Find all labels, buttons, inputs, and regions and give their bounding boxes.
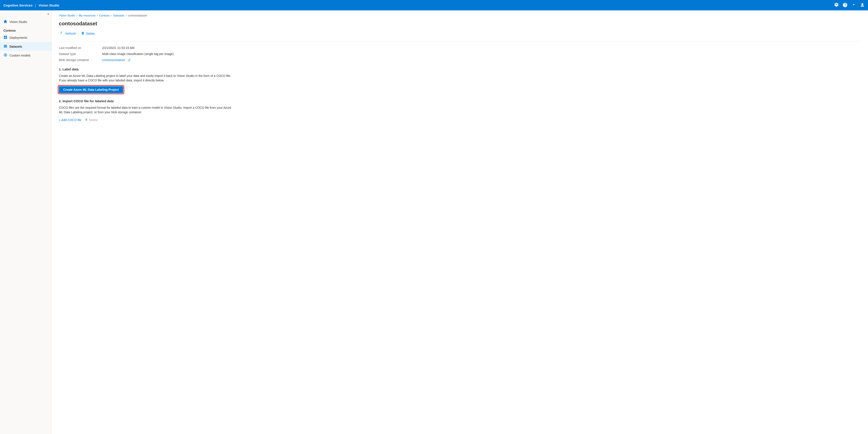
section-import-coco: 2. Import COCO file for labeled data COC… bbox=[59, 99, 861, 122]
sidebar-collapse-button[interactable]: « bbox=[0, 10, 52, 17]
svg-rect-4 bbox=[4, 45, 7, 46]
create-labeling-project-button[interactable]: Create Azure ML Data Labeling Project bbox=[59, 86, 123, 93]
top-nav: Cognitive Services | Vision Studio bbox=[0, 0, 868, 10]
last-modified-value: 2/21/2023, 11:53:15 AM bbox=[102, 46, 861, 50]
sidebar-datasets-label: Datasets bbox=[9, 45, 22, 48]
user-avatar-icon[interactable] bbox=[860, 3, 865, 8]
sidebar-item-custom-models[interactable]: Custom models bbox=[0, 51, 52, 60]
delete-icon bbox=[81, 31, 85, 35]
dataset-type-label: Dataset type bbox=[59, 52, 102, 56]
custom-models-icon bbox=[3, 53, 7, 58]
refresh-icon bbox=[61, 31, 64, 35]
sidebar-item-deployments[interactable]: Deployments bbox=[0, 33, 52, 42]
sidebar-item-datasets[interactable]: Datasets bbox=[0, 42, 52, 51]
brand-area: Cognitive Services | Vision Studio bbox=[3, 3, 59, 7]
refresh-label: Refresh bbox=[65, 32, 76, 35]
dataset-type-value: Multi-class image classification (single… bbox=[102, 52, 861, 56]
sidebar-deployments-label: Deployments bbox=[9, 36, 27, 39]
last-modified-label: Last modified on bbox=[59, 46, 102, 50]
home-icon bbox=[3, 20, 7, 24]
page-title: contosodataset bbox=[59, 21, 861, 27]
main-content: Vision Studio › My resources › Contoso ›… bbox=[52, 10, 868, 434]
brand-cognitive: Cognitive Services bbox=[3, 3, 32, 7]
coco-action-row: + Add COCO file Delete bbox=[59, 118, 861, 122]
svg-rect-2 bbox=[4, 37, 5, 39]
delete-button[interactable]: Delete bbox=[80, 30, 96, 37]
blob-storage-value: contosocontainer bbox=[102, 58, 861, 62]
coco-delete-icon bbox=[85, 118, 88, 122]
sidebar: « Vision Studio Contoso Deployments Data… bbox=[0, 10, 52, 434]
add-coco-label: + Add COCO file bbox=[59, 118, 81, 122]
breadcrumb-vision-studio[interactable]: Vision Studio bbox=[59, 14, 75, 17]
svg-rect-1 bbox=[6, 36, 7, 37]
settings-icon[interactable] bbox=[834, 3, 839, 8]
section1-title: 1. Label data bbox=[59, 67, 861, 71]
coco-delete-label: Delete bbox=[89, 118, 98, 122]
breadcrumb-contoso[interactable]: Contoso bbox=[99, 14, 110, 17]
delete-label: Delete bbox=[86, 32, 95, 35]
add-coco-file-button[interactable]: + Add COCO file bbox=[59, 118, 81, 122]
breadcrumb: Vision Studio › My resources › Contoso ›… bbox=[59, 14, 861, 17]
breadcrumb-current: contosodataset bbox=[128, 14, 147, 17]
svg-rect-3 bbox=[6, 37, 7, 39]
brand-vision-studio: Vision Studio bbox=[38, 3, 59, 7]
brand-separator: | bbox=[35, 3, 36, 7]
coco-delete-button: Delete bbox=[85, 118, 98, 122]
help-icon[interactable] bbox=[843, 3, 847, 8]
detail-grid: Last modified on 2/21/2023, 11:53:15 AM … bbox=[59, 46, 861, 62]
sidebar-item-vision-studio[interactable]: Vision Studio bbox=[0, 17, 52, 26]
blob-storage-link[interactable]: contosocontainer bbox=[102, 58, 125, 62]
breadcrumb-my-resources[interactable]: My resources bbox=[79, 14, 96, 17]
chevron-down-icon[interactable] bbox=[851, 3, 856, 8]
svg-rect-6 bbox=[4, 47, 7, 48]
top-nav-actions bbox=[834, 3, 865, 8]
sidebar-section-contoso: Contoso bbox=[0, 26, 52, 33]
blob-storage-label: Blob storage container bbox=[59, 58, 102, 62]
section2-title: 2. Import COCO file for labeled data bbox=[59, 99, 861, 103]
section1-description: Create an Azure ML Data Labeling project… bbox=[59, 74, 232, 83]
section2-description: COCO files are the required format for l… bbox=[59, 106, 232, 115]
svg-rect-0 bbox=[4, 36, 5, 37]
sidebar-vision-studio-label: Vision Studio bbox=[9, 20, 27, 24]
toolbar: Refresh Delete bbox=[59, 30, 861, 37]
section-label-data: 1. Label data Create an Azure ML Data La… bbox=[59, 67, 861, 99]
refresh-button[interactable]: Refresh bbox=[59, 30, 78, 37]
datasets-icon bbox=[3, 44, 7, 49]
sidebar-custom-models-label: Custom models bbox=[9, 54, 31, 57]
svg-rect-5 bbox=[4, 46, 7, 47]
deployments-icon bbox=[3, 35, 7, 40]
divider bbox=[59, 41, 861, 41]
main-layout: « Vision Studio Contoso Deployments Data… bbox=[0, 10, 868, 434]
breadcrumb-datasets[interactable]: Datasets bbox=[113, 14, 124, 17]
external-link-icon bbox=[127, 59, 130, 62]
